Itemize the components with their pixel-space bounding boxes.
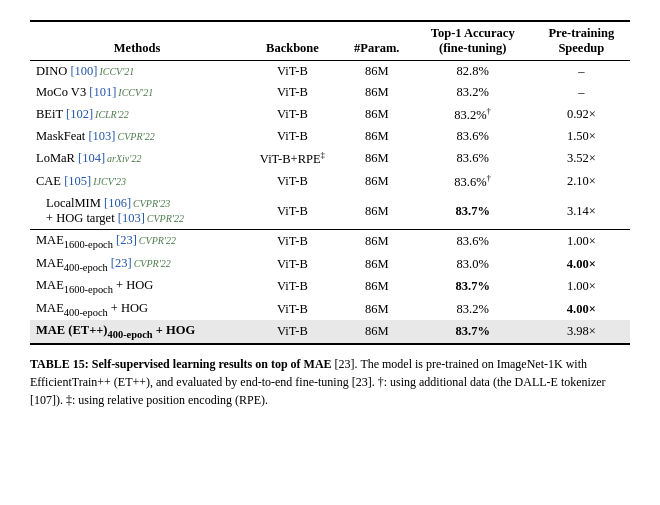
col-header-accuracy: Top-1 Accuracy(fine-tuning)	[413, 21, 533, 61]
table-row: BEiT [102]ICLR'22 ViT-B 86M 83.2%† 0.92×	[30, 103, 630, 126]
params-cell: 86M	[341, 126, 413, 147]
caption-bold-text: Self-supervised learning results on top …	[92, 357, 332, 371]
table-row: MaskFeat [103]CVPR'22 ViT-B 86M 83.6% 1.…	[30, 126, 630, 147]
params-cell: 86M	[341, 298, 413, 321]
method-cell: MoCo V3 [101]ICCV'21	[30, 82, 244, 103]
method-cell: MAE400-epoch [23]CVPR'22	[30, 253, 244, 276]
col-header-speedup: Pre-trainingSpeedup	[533, 21, 630, 61]
table-row: MAE1600-epoch + HOG ViT-B 86M 83.7% 1.00…	[30, 275, 630, 298]
speedup-cell: 3.52×	[533, 147, 630, 170]
backbone-cell: ViT-B	[244, 103, 341, 126]
params-cell: 86M	[341, 275, 413, 298]
backbone-cell: ViT-B	[244, 320, 341, 344]
table-row: CAE [105]IJCV'23 ViT-B 86M 83.6%† 2.10×	[30, 170, 630, 193]
accuracy-cell: 83.2%†	[413, 103, 533, 126]
speedup-cell: 3.98×	[533, 320, 630, 344]
table-row-highlight: MAE (ET++)400-epoch + HOG ViT-B 86M 83.7…	[30, 320, 630, 344]
accuracy-cell: 83.6%	[413, 147, 533, 170]
speedup-cell: 1.50×	[533, 126, 630, 147]
backbone-cell: ViT-B+RPE‡	[244, 147, 341, 170]
method-cell: DINO [100]ICCV'21	[30, 61, 244, 83]
table-row: MAE400-epoch + HOG ViT-B 86M 83.2% 4.00×	[30, 298, 630, 321]
col-header-methods: Methods	[30, 21, 244, 61]
speedup-cell: –	[533, 61, 630, 83]
method-cell: BEiT [102]ICLR'22	[30, 103, 244, 126]
backbone-cell: ViT-B	[244, 126, 341, 147]
backbone-cell: ViT-B	[244, 170, 341, 193]
table-row: LoMaR [104]arXiv'22 ViT-B+RPE‡ 86M 83.6%…	[30, 147, 630, 170]
method-cell: MaskFeat [103]CVPR'22	[30, 126, 244, 147]
col-header-params: #Param.	[341, 21, 413, 61]
backbone-cell: ViT-B	[244, 275, 341, 298]
method-cell: MAE1600-epoch [23]CVPR'22	[30, 230, 244, 253]
params-cell: 86M	[341, 82, 413, 103]
caption-ref: [23]	[335, 357, 355, 371]
accuracy-cell: 83.2%	[413, 82, 533, 103]
speedup-cell: 4.00×	[533, 298, 630, 321]
backbone-cell: ViT-B	[244, 230, 341, 253]
params-cell: 86M	[341, 61, 413, 83]
accuracy-cell: 83.7%	[413, 320, 533, 344]
speedup-cell: 1.00×	[533, 275, 630, 298]
method-cell: CAE [105]IJCV'23	[30, 170, 244, 193]
speedup-cell: 3.14×	[533, 193, 630, 230]
params-cell: 86M	[341, 170, 413, 193]
speedup-cell: 0.92×	[533, 103, 630, 126]
table-container: Methods Backbone #Param. Top-1 Accuracy(…	[30, 20, 630, 409]
accuracy-cell: 83.6%	[413, 230, 533, 253]
table-header-row: Methods Backbone #Param. Top-1 Accuracy(…	[30, 21, 630, 61]
speedup-cell: 2.10×	[533, 170, 630, 193]
backbone-cell: ViT-B	[244, 61, 341, 83]
table-row: DINO [100]ICCV'21 ViT-B 86M 82.8% –	[30, 61, 630, 83]
backbone-cell: ViT-B	[244, 298, 341, 321]
caption-table-num: TABLE 15:	[30, 357, 92, 371]
accuracy-cell: 82.8%	[413, 61, 533, 83]
accuracy-cell: 83.2%	[413, 298, 533, 321]
backbone-cell: ViT-B	[244, 193, 341, 230]
params-cell: 86M	[341, 103, 413, 126]
speedup-cell: 1.00×	[533, 230, 630, 253]
accuracy-cell: 83.7%	[413, 275, 533, 298]
method-cell: LoMaR [104]arXiv'22	[30, 147, 244, 170]
table-row: LocalMIM [106]CVPR'23 + HOG target [103]…	[30, 193, 630, 230]
params-cell: 86M	[341, 320, 413, 344]
col-header-backbone: Backbone	[244, 21, 341, 61]
accuracy-cell: 83.6%†	[413, 170, 533, 193]
params-cell: 86M	[341, 253, 413, 276]
method-cell: LocalMIM [106]CVPR'23 + HOG target [103]…	[30, 193, 244, 230]
table-caption: TABLE 15: Self-supervised learning resul…	[30, 355, 630, 409]
params-cell: 86M	[341, 230, 413, 253]
accuracy-cell: 83.0%	[413, 253, 533, 276]
speedup-cell: –	[533, 82, 630, 103]
backbone-cell: ViT-B	[244, 82, 341, 103]
method-cell: MAE400-epoch + HOG	[30, 298, 244, 321]
params-cell: 86M	[341, 193, 413, 230]
accuracy-cell: 83.6%	[413, 126, 533, 147]
table-row: MoCo V3 [101]ICCV'21 ViT-B 86M 83.2% –	[30, 82, 630, 103]
method-cell: MAE (ET++)400-epoch + HOG	[30, 320, 244, 344]
table-row: MAE400-epoch [23]CVPR'22 ViT-B 86M 83.0%…	[30, 253, 630, 276]
speedup-cell: 4.00×	[533, 253, 630, 276]
table-row: MAE1600-epoch [23]CVPR'22 ViT-B 86M 83.6…	[30, 230, 630, 253]
results-table: Methods Backbone #Param. Top-1 Accuracy(…	[30, 20, 630, 345]
backbone-cell: ViT-B	[244, 253, 341, 276]
method-cell: MAE1600-epoch + HOG	[30, 275, 244, 298]
accuracy-cell: 83.7%	[413, 193, 533, 230]
params-cell: 86M	[341, 147, 413, 170]
